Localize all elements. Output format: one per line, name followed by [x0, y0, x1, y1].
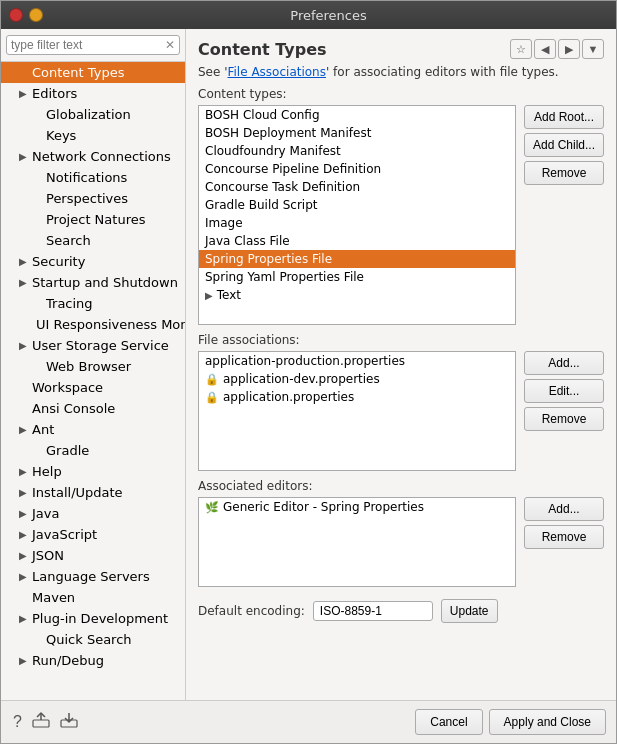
- nav-dropdown-button[interactable]: ▼: [582, 39, 604, 59]
- close-button[interactable]: [9, 8, 23, 22]
- apply-close-button[interactable]: Apply and Close: [489, 709, 606, 735]
- sidebar-item-network-connections[interactable]: ▶ Network Connections: [1, 146, 185, 167]
- sidebar-item-label: Maven: [32, 590, 75, 605]
- sidebar-item-search[interactable]: Search: [1, 230, 185, 251]
- sidebar-item-ui-responsiveness[interactable]: UI Responsiveness Monit: [1, 314, 185, 335]
- sidebar-item-help[interactable]: ▶ Help: [1, 461, 185, 482]
- list-item[interactable]: Cloudfoundry Manifest: [199, 142, 515, 160]
- encoding-input[interactable]: [313, 601, 433, 621]
- content-types-list[interactable]: BOSH Cloud Config BOSH Deployment Manife…: [198, 105, 516, 325]
- update-button[interactable]: Update: [441, 599, 498, 623]
- filter-input-wrapper[interactable]: ✕: [6, 35, 180, 55]
- remove-file-assoc-button[interactable]: Remove: [524, 407, 604, 431]
- export-button[interactable]: [30, 710, 52, 734]
- item-label: Concourse Pipeline Definition: [205, 162, 381, 176]
- sidebar-item-label: Gradle: [46, 443, 89, 458]
- sidebar-item-label: Web Browser: [46, 359, 131, 374]
- add-file-assoc-button[interactable]: Add...: [524, 351, 604, 375]
- sidebar-item-startup-shutdown[interactable]: ▶ Startup and Shutdown: [1, 272, 185, 293]
- item-label: application-production.properties: [205, 354, 405, 368]
- list-item[interactable]: 🔒 application-dev.properties: [199, 370, 515, 388]
- nav-next-button[interactable]: ▶: [558, 39, 580, 59]
- list-item[interactable]: Image: [199, 214, 515, 232]
- sidebar-item-label: Quick Search: [46, 632, 132, 647]
- sidebar-item-content-types[interactable]: Content Types: [1, 62, 185, 83]
- list-item[interactable]: Java Class File: [199, 232, 515, 250]
- sidebar-item-keys[interactable]: Keys: [1, 125, 185, 146]
- cancel-button[interactable]: Cancel: [415, 709, 482, 735]
- nav-prev-button[interactable]: ◀: [534, 39, 556, 59]
- sidebar-item-project-natures[interactable]: Project Natures: [1, 209, 185, 230]
- item-label: Cloudfoundry Manifest: [205, 144, 341, 158]
- export-icon: [32, 712, 50, 728]
- sidebar-item-web-browser[interactable]: Web Browser: [1, 356, 185, 377]
- filter-input[interactable]: [11, 38, 165, 52]
- list-item[interactable]: Concourse Pipeline Definition: [199, 160, 515, 178]
- titlebar: Preferences: [1, 1, 616, 29]
- file-assoc-list[interactable]: application-production.properties 🔒 appl…: [198, 351, 516, 471]
- sidebar-item-editors[interactable]: ▶ Editors: [1, 83, 185, 104]
- sidebar-item-quick-search[interactable]: Quick Search: [1, 629, 185, 650]
- import-button[interactable]: [58, 710, 80, 734]
- sidebar-item-javascript[interactable]: ▶ JavaScript: [1, 524, 185, 545]
- sidebar-item-run-debug[interactable]: ▶ Run/Debug: [1, 650, 185, 671]
- tree: Content Types ▶ Editors Globalization Ke…: [1, 62, 185, 700]
- edit-file-assoc-button[interactable]: Edit...: [524, 379, 604, 403]
- list-item-selected[interactable]: Spring Properties File: [199, 250, 515, 268]
- list-item[interactable]: application-production.properties: [199, 352, 515, 370]
- add-root-button[interactable]: Add Root...: [524, 105, 604, 129]
- expand-arrow: ▶: [19, 256, 29, 267]
- add-editor-button[interactable]: Add...: [524, 497, 604, 521]
- sidebar-item-java[interactable]: ▶ Java: [1, 503, 185, 524]
- description: See 'File Associations' for associating …: [198, 65, 604, 79]
- list-item[interactable]: 🔒 application.properties: [199, 388, 515, 406]
- sidebar-item-ant[interactable]: ▶ Ant: [1, 419, 185, 440]
- item-label: Gradle Build Script: [205, 198, 317, 212]
- sidebar-item-perspectives[interactable]: Perspectives: [1, 188, 185, 209]
- sidebar-item-language-servers[interactable]: ▶ Language Servers: [1, 566, 185, 587]
- remove-editor-button[interactable]: Remove: [524, 525, 604, 549]
- sidebar-item-maven[interactable]: Maven: [1, 587, 185, 608]
- sidebar-item-install-update[interactable]: ▶ Install/Update: [1, 482, 185, 503]
- item-label: Text: [217, 288, 241, 302]
- sidebar-item-label: JavaScript: [32, 527, 97, 542]
- list-item[interactable]: BOSH Deployment Manifest: [199, 124, 515, 142]
- file-assoc-link[interactable]: File Associations: [228, 65, 326, 79]
- file-assoc-panel: application-production.properties 🔒 appl…: [198, 351, 604, 471]
- bottom-left: ?: [11, 710, 80, 734]
- lock-icon: 🔒: [205, 391, 219, 404]
- nav-back-button[interactable]: ☆: [510, 39, 532, 59]
- sidebar-item-label: Install/Update: [32, 485, 123, 500]
- sidebar-item-notifications[interactable]: Notifications: [1, 167, 185, 188]
- main-area: ✕ Content Types ▶ Editors Globalization: [1, 29, 616, 700]
- remove-button[interactable]: Remove: [524, 161, 604, 185]
- item-label: Java Class File: [205, 234, 290, 248]
- content-types-label: Content types:: [198, 87, 604, 101]
- list-item[interactable]: Gradle Build Script: [199, 196, 515, 214]
- sidebar-item-user-storage-service[interactable]: ▶ User Storage Service: [1, 335, 185, 356]
- sidebar-item-label: Search: [46, 233, 91, 248]
- default-encoding-row: Default encoding: Update: [198, 599, 604, 623]
- help-button[interactable]: ?: [11, 711, 24, 733]
- sidebar-item-plugin-development[interactable]: ▶ Plug-in Development: [1, 608, 185, 629]
- filter-clear-icon[interactable]: ✕: [165, 38, 175, 52]
- add-child-button[interactable]: Add Child...: [524, 133, 604, 157]
- list-item[interactable]: 🌿 Generic Editor - Spring Properties: [199, 498, 515, 516]
- list-item[interactable]: ▶ Text: [199, 286, 515, 304]
- sidebar-item-security[interactable]: ▶ Security: [1, 251, 185, 272]
- sidebar-item-workspace[interactable]: Workspace: [1, 377, 185, 398]
- item-label: Image: [205, 216, 243, 230]
- list-item[interactable]: Concourse Task Definition: [199, 178, 515, 196]
- sidebar-item-tracing[interactable]: Tracing: [1, 293, 185, 314]
- window-title: Preferences: [49, 8, 608, 23]
- list-item[interactable]: BOSH Cloud Config: [199, 106, 515, 124]
- sidebar-item-ansi-console[interactable]: Ansi Console: [1, 398, 185, 419]
- sidebar-item-globalization[interactable]: Globalization: [1, 104, 185, 125]
- encoding-label: Default encoding:: [198, 604, 305, 618]
- assoc-editors-list[interactable]: 🌿 Generic Editor - Spring Properties: [198, 497, 516, 587]
- list-item[interactable]: Spring Yaml Properties File: [199, 268, 515, 286]
- sidebar-item-gradle[interactable]: Gradle: [1, 440, 185, 461]
- sidebar-item-json[interactable]: ▶ JSON: [1, 545, 185, 566]
- minimize-button[interactable]: [29, 8, 43, 22]
- item-label: Concourse Task Definition: [205, 180, 360, 194]
